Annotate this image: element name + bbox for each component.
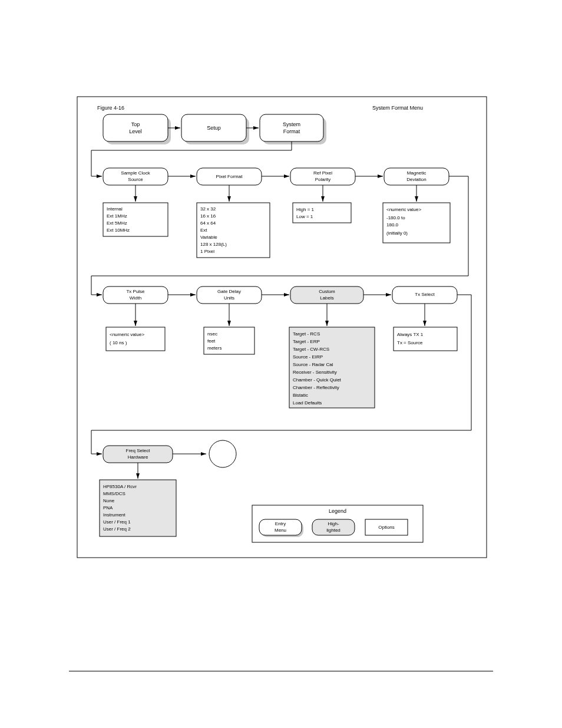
svg-text:Menu: Menu [275, 528, 286, 533]
figure-label-right: System Format Menu [372, 105, 423, 111]
svg-text:Options: Options [378, 525, 395, 530]
svg-text:Variable: Variable [200, 235, 217, 240]
node-top-level-label-a: Top [131, 121, 140, 127]
svg-text:64 x 64: 64 x 64 [200, 220, 216, 226]
svg-text:Ext 1MHz: Ext 1MHz [107, 213, 127, 219]
svg-text:High = 1: High = 1 [296, 207, 315, 212]
svg-text:Ref Pixel: Ref Pixel [313, 170, 332, 176]
node-system-format-label-a: System [283, 121, 300, 127]
svg-text:Chamber - Quick Quiet: Chamber - Quick Quiet [293, 377, 342, 383]
figure-label-left: Figure 4-16 [97, 105, 124, 111]
node-system-format [260, 114, 323, 141]
svg-text:( 10 ns ): ( 10 ns ) [110, 340, 127, 345]
svg-text:Target - CW-RCS: Target - CW-RCS [293, 347, 329, 352]
options-ref-pixel-polarity [293, 203, 351, 223]
diagram-svg: Figure 4-16 System Format Menu Top Level… [0, 0, 562, 728]
svg-text:Source - EIRP: Source - EIRP [293, 354, 323, 360]
svg-text:High-: High- [328, 521, 339, 526]
svg-text:MMS/DCS: MMS/DCS [103, 491, 125, 496]
svg-text:Source - Radar Cal: Source - Radar Cal [293, 362, 333, 367]
svg-text:Ext 5MHz: Ext 5MHz [107, 220, 127, 226]
node-setup-label: Setup [207, 125, 221, 131]
svg-text:Labels: Labels [320, 295, 334, 301]
terminal-circle [209, 440, 236, 467]
svg-text:HP8530A / Rcvr: HP8530A / Rcvr [103, 484, 137, 489]
svg-text:Polarity: Polarity [315, 177, 331, 182]
options-tx-pulse-width [106, 327, 165, 351]
node-top-level [103, 114, 168, 141]
options-tx-select [394, 327, 457, 351]
svg-text:Target - ERP: Target - ERP [293, 339, 320, 344]
svg-text:Internal: Internal [107, 206, 123, 212]
svg-text:-180.0 to: -180.0 to [386, 215, 405, 220]
svg-text:Instrument: Instrument [103, 512, 126, 518]
svg-text:1 Pixel: 1 Pixel [200, 249, 214, 254]
svg-text:Low = 1: Low = 1 [296, 214, 313, 219]
svg-text:<numeric value>: <numeric value> [386, 207, 421, 212]
node-sample-clock-source-b: Source [128, 177, 143, 182]
node-system-format-label-b: Format [283, 129, 300, 134]
svg-text:Receiver - Sensitivity: Receiver - Sensitivity [293, 370, 337, 375]
svg-text:<numeric value>: <numeric value> [110, 332, 144, 337]
svg-text:Load Defaults: Load Defaults [293, 400, 322, 406]
svg-text:None: None [103, 498, 115, 503]
svg-text:nsec: nsec [207, 331, 217, 337]
svg-text:Deviation: Deviation [406, 177, 426, 182]
svg-text:Gate Delay: Gate Delay [217, 289, 241, 294]
svg-text:meters: meters [207, 345, 222, 351]
svg-text:128 x 128(L): 128 x 128(L) [200, 242, 227, 247]
svg-text:Always TX 1: Always TX 1 [397, 332, 424, 337]
svg-text:Tx = Source: Tx = Source [397, 340, 423, 345]
page: Figure 4-16 System Format Menu Top Level… [0, 0, 562, 728]
svg-text:Width: Width [130, 295, 141, 301]
svg-text:Entry: Entry [275, 521, 286, 526]
svg-text:Chamber - Reflectivity: Chamber - Reflectivity [293, 385, 339, 390]
node-sample-clock-source-a: Sample Clock [121, 170, 150, 176]
svg-text:Ext 10MHz: Ext 10MHz [107, 228, 130, 233]
svg-text:16 x 16: 16 x 16 [200, 213, 216, 219]
svg-text:Pixel Format: Pixel Format [216, 174, 243, 179]
svg-text:Bistatic: Bistatic [293, 393, 308, 398]
legend-title: Legend [329, 508, 346, 514]
svg-text:180.0: 180.0 [386, 222, 399, 228]
svg-text:feet: feet [207, 338, 216, 344]
svg-text:Tx Pulse: Tx Pulse [126, 289, 145, 294]
svg-text:PNA: PNA [103, 505, 113, 510]
svg-text:Hardware: Hardware [128, 454, 148, 460]
node-top-level-label-b: Level [129, 129, 142, 134]
svg-text:User / Freq 2: User / Freq 2 [103, 526, 131, 532]
svg-text:User / Freq 1: User / Freq 1 [103, 519, 131, 525]
footer-rule [69, 671, 493, 671]
svg-text:lighted: lighted [326, 528, 340, 533]
svg-text:Freq Select: Freq Select [126, 448, 151, 453]
svg-text:Magnetic: Magnetic [407, 170, 426, 176]
svg-text:Tx Select: Tx Select [415, 292, 435, 297]
svg-text:32 x 32: 32 x 32 [200, 206, 216, 212]
svg-text:Ext: Ext [200, 228, 207, 233]
svg-text:Target - RCS: Target - RCS [293, 331, 320, 337]
svg-text:(initially 0): (initially 0) [386, 230, 408, 236]
svg-text:Custom: Custom [319, 289, 335, 294]
svg-text:Units: Units [224, 295, 234, 301]
